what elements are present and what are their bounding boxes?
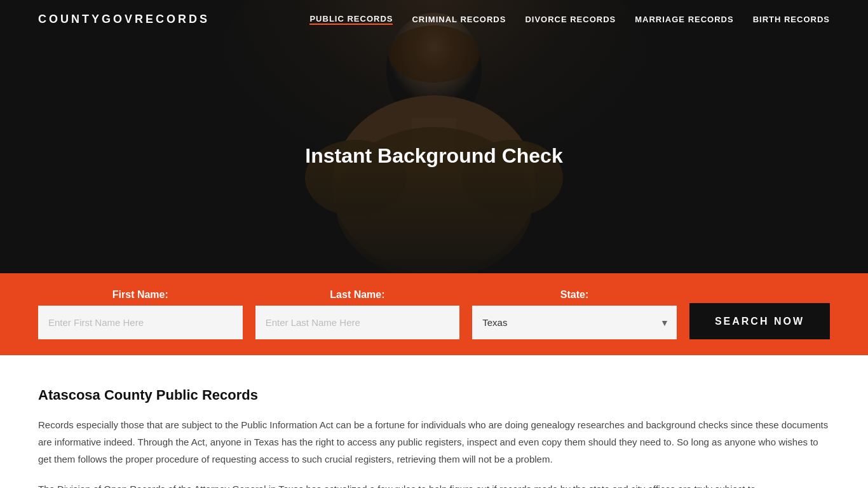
first-name-label: First Name:: [38, 289, 243, 301]
state-select[interactable]: Texas Alabama Alaska Arizona California …: [472, 306, 677, 339]
content-paragraph-2: The Division of Open Records of the Atto…: [38, 480, 830, 488]
state-label: State:: [472, 289, 677, 301]
state-field: State: Texas Alabama Alaska Arizona Cali…: [472, 289, 677, 339]
search-now-button[interactable]: SEARCH NOW: [689, 303, 830, 339]
search-bar: First Name: Last Name: State: Texas Alab…: [0, 273, 868, 355]
nav-item-birth-records[interactable]: BIRTH RECORDS: [753, 15, 830, 24]
nav-item-marriage-records[interactable]: MARRIAGE RECORDS: [635, 15, 733, 24]
nav-item-public-records[interactable]: PUBLIC RECORDS: [309, 14, 393, 25]
last-name-label: Last Name:: [255, 289, 460, 301]
content-paragraph-1: Records especially those that are subjec…: [38, 416, 830, 468]
last-name-input[interactable]: [255, 306, 460, 339]
nav-item-criminal-records[interactable]: CRIMINAL RECORDS: [412, 15, 506, 24]
first-name-input[interactable]: [38, 306, 243, 339]
state-select-wrapper: Texas Alabama Alaska Arizona California …: [472, 306, 677, 339]
content-title: Atascosa County Public Records: [38, 387, 830, 403]
svg-rect-11: [0, 0, 868, 273]
nav-item-divorce-records[interactable]: DIVORCE RECORDS: [525, 15, 616, 24]
nav: PUBLIC RECORDS CRIMINAL RECORDS DIVORCE …: [309, 14, 830, 25]
hero-title: Instant Background Check: [305, 144, 562, 168]
logo[interactable]: COUNTYGOVRECORDS: [38, 13, 210, 26]
hero-section: COUNTYGOVRECORDS PUBLIC RECORDS CRIMINAL…: [0, 0, 868, 273]
header: COUNTYGOVRECORDS PUBLIC RECORDS CRIMINAL…: [0, 0, 868, 39]
first-name-field: First Name:: [38, 289, 243, 339]
content-section: Atascosa County Public Records Records e…: [0, 355, 868, 488]
last-name-field: Last Name:: [255, 289, 460, 339]
